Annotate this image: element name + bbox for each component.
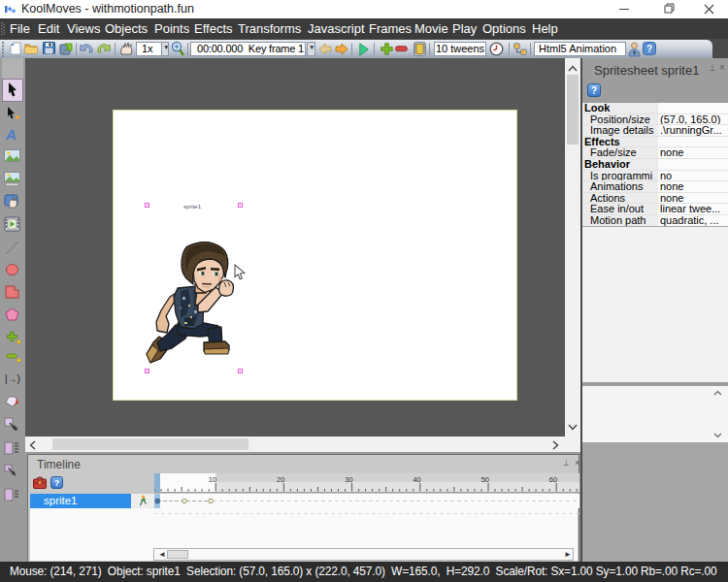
svg-text:20: 20 [277, 475, 284, 484]
svg-text:60: 60 [549, 475, 557, 484]
svg-text:50: 50 [481, 475, 489, 484]
svg-text:10: 10 [209, 475, 216, 484]
svg-text:?: ? [646, 44, 652, 54]
svg-text:30: 30 [345, 475, 352, 484]
svg-text:40: 40 [413, 475, 420, 484]
